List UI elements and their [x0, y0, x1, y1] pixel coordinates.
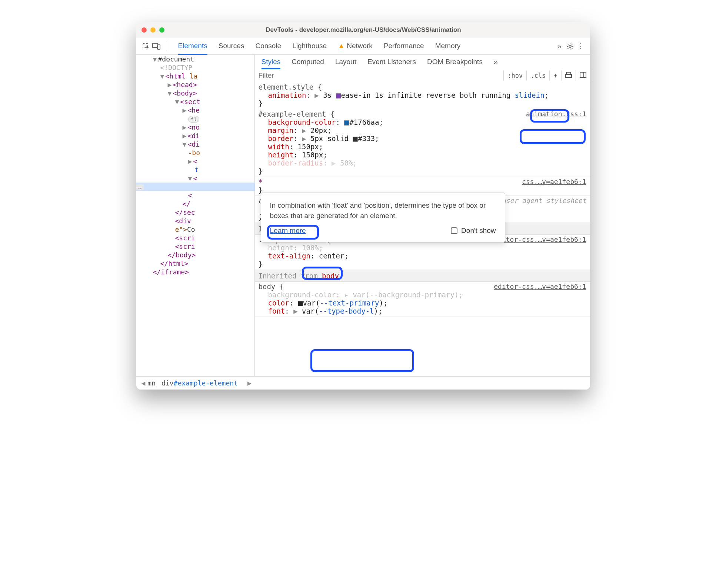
dom-node[interactable]: <no — [188, 123, 200, 131]
source-link[interactable]: css.…v=ae1feb6:1 — [522, 178, 586, 186]
property-tooltip: In combination with 'float' and 'positio… — [261, 193, 505, 243]
main-toolbar: Elements Sources Console Lighthouse ▲ Ne… — [136, 38, 590, 55]
color-swatch[interactable] — [298, 301, 303, 306]
dom-node[interactable]: <di — [188, 140, 200, 148]
dom-node[interactable]: <he — [188, 106, 200, 114]
tab-layout[interactable]: Layout — [335, 58, 356, 66]
color-swatch[interactable] — [353, 137, 358, 142]
dom-badge[interactable]: fl — [188, 116, 200, 123]
maximize-icon[interactable] — [159, 27, 164, 33]
dom-head[interactable]: <head> — [173, 81, 197, 88]
css-var-link[interactable]: --type-body-l — [319, 307, 374, 315]
rule-example-element[interactable]: animation.css:1 #example-element { backg… — [255, 109, 590, 177]
cls-button[interactable]: .cls — [526, 70, 549, 81]
settings-icon[interactable] — [565, 41, 575, 51]
more-tabs-icon[interactable]: » — [494, 58, 498, 66]
animation-name-link[interactable]: slidein — [515, 91, 544, 99]
window-title: DevTools - developer.mozilla.org/en-US/d… — [164, 26, 563, 34]
hov-button[interactable]: :hov — [503, 70, 526, 81]
tab-performance[interactable]: Performance — [384, 42, 424, 50]
chevron-right-icon[interactable]: ▶ — [245, 379, 254, 387]
more-tabs-icon[interactable]: » — [555, 41, 565, 51]
body-element-link[interactable]: body — [322, 272, 339, 280]
minimize-icon[interactable] — [150, 27, 156, 33]
dom-node[interactable]: <di — [188, 132, 200, 140]
svg-point-3 — [569, 45, 571, 47]
dont-show-checkbox[interactable]: Don't show — [451, 227, 496, 235]
learn-more-link[interactable]: Learn more — [270, 227, 306, 235]
ua-stylesheet-label: user agent stylesheet — [502, 197, 586, 204]
tab-styles[interactable]: Styles — [262, 58, 281, 69]
css-var-link[interactable]: --text-primary — [320, 299, 379, 307]
inspect-icon[interactable] — [141, 41, 151, 51]
dom-document[interactable]: #document — [158, 55, 194, 63]
source-link[interactable]: editor-css.…v=ae1feb6:1 — [494, 283, 586, 290]
close-icon[interactable] — [141, 27, 147, 33]
tab-dom-breakpoints[interactable]: DOM Breakpoints — [427, 58, 483, 66]
tab-lighthouse[interactable]: Lighthouse — [292, 42, 327, 50]
dom-selected-row[interactable]: … — [136, 183, 254, 191]
chevron-left-icon[interactable]: ◀ — [139, 379, 148, 387]
tab-elements[interactable]: Elements — [178, 42, 207, 55]
checkbox-icon[interactable] — [451, 227, 457, 234]
panel-icon[interactable] — [576, 70, 590, 81]
window-titlebar: DevTools - developer.mozilla.org/en-US/d… — [136, 22, 590, 38]
source-link[interactable]: editor-css.…v=ae1feb6:1 — [494, 235, 586, 243]
window-controls — [141, 27, 164, 33]
tab-network[interactable]: ▲ Network — [338, 42, 373, 50]
tab-event-listeners[interactable]: Event Listeners — [367, 58, 416, 66]
warning-icon: ▲ — [338, 42, 345, 50]
kebab-icon[interactable]: ⋮ — [575, 41, 586, 51]
svg-rect-6 — [580, 72, 586, 77]
tab-memory[interactable]: Memory — [435, 42, 461, 50]
tab-computed[interactable]: Computed — [292, 58, 324, 66]
add-rule-icon[interactable]: + — [549, 70, 561, 81]
tab-sources[interactable]: Sources — [219, 42, 244, 50]
device-icon[interactable] — [151, 41, 161, 51]
tooltip-text: In combination with 'float' and 'positio… — [270, 200, 496, 221]
ellipsis-badge[interactable]: … — [136, 184, 144, 190]
tab-console[interactable]: Console — [255, 42, 281, 50]
dom-body[interactable]: <body> — [173, 89, 197, 97]
rule-element-style[interactable]: element.style { animation: ▶ 3s ease-in … — [255, 82, 590, 109]
dom-section[interactable]: <sect — [180, 98, 200, 106]
print-icon[interactable] — [561, 70, 576, 81]
dom-tree[interactable]: ▼#document <!DOCTYP ▼<html la ▶<head> ▼<… — [136, 55, 255, 376]
source-link[interactable]: animation.css:1 — [526, 110, 586, 118]
svg-rect-5 — [566, 74, 572, 77]
color-swatch[interactable] — [344, 120, 349, 126]
svg-rect-1 — [153, 44, 158, 47]
rule-body[interactable]: editor-css.…v=ae1feb6:1 body { backgroun… — [255, 282, 590, 317]
dom-doctype[interactable]: <!DOCTYP — [160, 64, 193, 71]
bezier-icon[interactable] — [336, 93, 341, 98]
breadcrumb[interactable]: ◀ mn div#example-element ▶ — [136, 376, 590, 390]
inherited-from-body: Inherited from body — [255, 270, 590, 282]
filter-input[interactable] — [255, 69, 504, 82]
